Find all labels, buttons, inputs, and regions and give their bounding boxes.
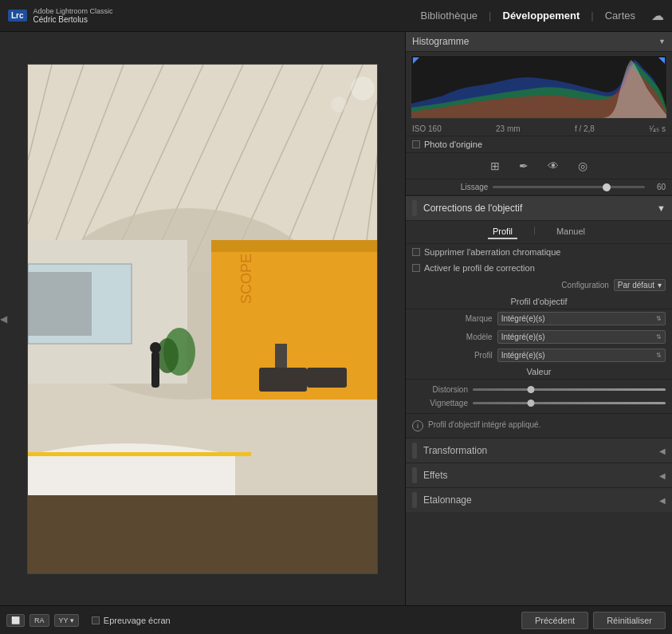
compare-btn2[interactable]: YY ▾ <box>54 614 79 627</box>
user-name-label: Cédric Bertolus <box>33 15 113 24</box>
profil-dropdown[interactable]: Intégré(e)(s) ⇅ <box>497 349 666 362</box>
profil-objectif-header: Profil d'objectif <box>406 294 672 309</box>
marque-label: Marque <box>412 314 493 323</box>
distorsion-slider[interactable] <box>473 388 666 391</box>
svg-point-19 <box>156 338 179 373</box>
tab-manuel[interactable]: Manuel <box>552 225 590 239</box>
histogram-clip-right <box>658 57 665 64</box>
app-name-label: Adobe Lightroom Classic <box>33 7 113 15</box>
distorsion-row: Distorsion <box>412 383 666 396</box>
cloud-icon: ☁ <box>651 8 664 23</box>
checkbox-aberration[interactable] <box>412 248 420 256</box>
photo-container: SCOPE <box>0 32 405 605</box>
corrections-title: Corrections de l'objectif <box>423 203 522 214</box>
nav-bibliotheque[interactable]: Bibliothèque <box>413 6 486 25</box>
vignettage-slider[interactable] <box>473 402 666 404</box>
correction-tabs: Profil | Manuel <box>406 221 672 244</box>
svg-point-21 <box>150 342 161 353</box>
transformation-arrow: ◀ <box>659 447 666 455</box>
photo-origin-label: Photo d'origine <box>424 140 482 149</box>
modele-row: Modèle Intégré(e)(s) ⇅ <box>406 328 672 346</box>
histogram-collapse-icon: ▼ <box>658 37 666 45</box>
checkbox-aberration-label: Supprimer l'aberration chromatique <box>424 247 560 257</box>
nav-bar: Bibliothèque | Développement | Cartes <box>413 6 643 25</box>
profile-info-box: i Profil d'objectif intégré appliqué. <box>406 413 672 438</box>
svg-point-30 <box>351 77 375 100</box>
heal-tool[interactable]: ✒ <box>516 158 532 174</box>
aperture-value: f / 2,8 <box>575 124 595 133</box>
redeye-tool[interactable]: 👁 <box>544 158 562 174</box>
focal-value: 23 mm <box>496 124 521 133</box>
transformation-header[interactable]: Transformation ◀ <box>406 439 672 463</box>
nav-developpement[interactable]: Développement <box>495 6 588 25</box>
config-label: Configuration <box>561 281 608 289</box>
photo-frame: SCOPE <box>27 64 378 574</box>
compare-btn1[interactable]: RA <box>29 614 49 627</box>
svg-rect-23 <box>28 495 378 574</box>
photo-wrapper: SCOPE <box>27 64 378 574</box>
modele-value: Intégré(e)(s) <box>501 333 545 341</box>
transformation-title: Transformation <box>423 445 487 456</box>
vignettage-thumb[interactable] <box>527 400 534 407</box>
config-row: Configuration Par défaut ▾ <box>406 276 672 294</box>
tab-profil[interactable]: Profil <box>488 225 517 239</box>
top-bar: Lrc Adobe Lightroom Classic Cédric Berto… <box>0 0 672 32</box>
valeur-header: Valeur <box>406 364 672 380</box>
svg-rect-29 <box>28 272 92 336</box>
shutter-value: ¹⁄₄₅ s <box>649 124 666 133</box>
effets-section: Effets ◀ <box>406 463 672 487</box>
nav-divider-2: | <box>591 10 593 22</box>
tools-row: ⊞ ✒ 👁 ◎ <box>406 153 672 179</box>
histogram-svg <box>411 56 667 118</box>
svg-rect-25 <box>275 344 287 368</box>
lissage-slider[interactable] <box>493 186 645 188</box>
reset-button[interactable]: Réinitialiser <box>593 612 666 629</box>
lissage-thumb[interactable] <box>603 183 611 191</box>
proof-area: Epreuvage écran <box>92 616 171 625</box>
profil-label: Profil <box>412 351 493 360</box>
etalonnage-section: Etalonnage ◀ <box>406 487 672 512</box>
svg-rect-22 <box>28 452 251 456</box>
modele-label: Modèle <box>412 333 493 341</box>
effets-indicator <box>412 467 417 483</box>
left-panel-arrow[interactable]: ◀ <box>0 313 7 325</box>
view-mode-btn[interactable]: ⬜ <box>6 614 25 627</box>
svg-text:SCOPE: SCOPE <box>238 253 254 303</box>
proof-label: Epreuvage écran <box>104 616 171 625</box>
transformation-indicator <box>412 443 417 459</box>
main-layout: ◀ <box>0 32 672 605</box>
etalonnage-header[interactable]: Etalonnage ◀ <box>406 488 672 512</box>
corrections-indicator <box>412 200 417 216</box>
nav-cartes[interactable]: Cartes <box>597 6 643 25</box>
etalonnage-indicator <box>412 492 417 508</box>
etalonnage-title: Etalonnage <box>423 494 472 506</box>
crop-tool[interactable]: ⊞ <box>487 158 503 174</box>
profil-arrow: ⇅ <box>656 352 662 359</box>
modele-dropdown[interactable]: Intégré(e)(s) ⇅ <box>497 330 666 344</box>
distorsion-thumb[interactable] <box>527 386 534 393</box>
checkbox-profil-label: Activer le profil de correction <box>424 263 535 273</box>
histogram-title: Histogramme <box>412 36 469 47</box>
corrections-section: Corrections de l'objectif ▼ Profil | Man… <box>406 195 672 438</box>
lissage-row: Lissage 60 <box>406 179 672 195</box>
camera-info: ISO 160 23 mm f / 2,8 ¹⁄₄₅ s <box>406 122 672 136</box>
corrections-header[interactable]: Corrections de l'objectif ▼ <box>406 195 672 221</box>
app-info: Adobe Lightroom Classic Cédric Bertolus <box>33 7 113 24</box>
lissage-value: 60 <box>650 183 666 191</box>
photo-origin-checkbox[interactable] <box>412 140 420 148</box>
gradient-tool[interactable]: ◎ <box>575 158 591 174</box>
profil-row: Profil Intégré(e)(s) ⇅ <box>406 346 672 364</box>
checkbox-profil[interactable] <box>412 264 420 272</box>
svg-rect-24 <box>259 368 307 392</box>
effets-header[interactable]: Effets ◀ <box>406 463 672 487</box>
marque-dropdown[interactable]: Intégré(e)(s) ⇅ <box>497 312 666 325</box>
checkbox-aberration-row: Supprimer l'aberration chromatique <box>406 244 672 260</box>
previous-button[interactable]: Précédent <box>521 612 588 629</box>
photo-svg: SCOPE <box>28 65 378 574</box>
proof-checkbox[interactable] <box>92 616 100 624</box>
tab-divider: | <box>533 225 536 239</box>
profil-value: Intégré(e)(s) <box>501 351 545 360</box>
histogram-header[interactable]: Histogramme ▼ <box>406 32 672 52</box>
corrections-collapse-icon: ▼ <box>657 203 666 213</box>
config-dropdown[interactable]: Par défaut ▾ <box>614 279 666 291</box>
